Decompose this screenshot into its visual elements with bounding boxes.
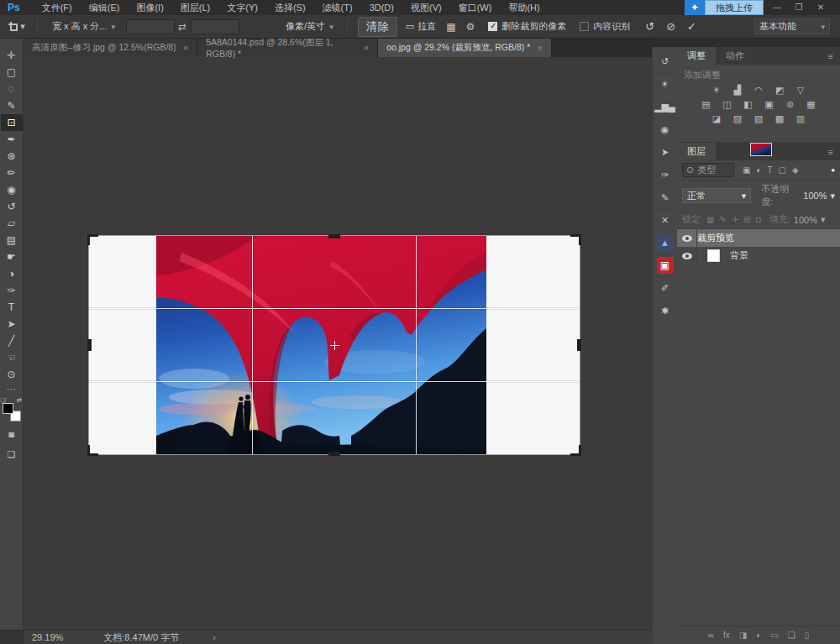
threshold-icon[interactable]: ▧: [752, 113, 765, 124]
brush-panel-icon[interactable]: ✎: [653, 186, 678, 209]
tab-close-icon[interactable]: ×: [537, 43, 542, 53]
line-tool[interactable]: ╱: [1, 332, 23, 349]
menu-item[interactable]: 窗口(W): [450, 0, 501, 15]
panel-menu-icon[interactable]: ≡: [828, 147, 833, 157]
layer-visibility-cell[interactable]: [677, 247, 697, 264]
document-tab[interactable]: 高清原图--修习.jpg @ 12.5%(RGB/8) ×: [24, 39, 197, 57]
exposure-icon[interactable]: ◩: [773, 85, 786, 96]
filter-adjustment-layers-icon[interactable]: ◐: [756, 165, 761, 175]
posterize-icon[interactable]: ▨: [731, 113, 744, 124]
crop-handle-right[interactable]: [577, 339, 581, 351]
cancel-crop-icon[interactable]: ⊘: [666, 20, 675, 33]
panel-menu-icon[interactable]: ≡: [828, 51, 833, 61]
commit-crop-icon[interactable]: ✓: [687, 20, 696, 33]
photo-red-fabric-sunset-couple[interactable]: [156, 236, 486, 454]
document-tab[interactable]: 5A8A0144.psd @ 28.6%(图层 1, RGB/8) * ×: [197, 39, 378, 57]
color-balance-icon[interactable]: ◫: [721, 99, 734, 110]
crop-tool[interactable]: ⊡: [1, 114, 23, 131]
menu-item[interactable]: 滤镜(T): [314, 0, 361, 15]
channel-mixer-icon[interactable]: ⊚: [784, 99, 797, 110]
crop-preview-document[interactable]: [89, 236, 580, 454]
clone-stamp-tool[interactable]: ◉: [1, 181, 23, 198]
tab-close-icon[interactable]: ×: [183, 43, 188, 53]
vibrance-icon[interactable]: ▽: [794, 85, 807, 96]
smudge-tool[interactable]: ☛: [1, 249, 23, 265]
layer-row[interactable]: 背景: [677, 247, 840, 264]
content-aware-checkbox[interactable]: [580, 22, 589, 31]
invert-icon[interactable]: ◪: [710, 113, 723, 124]
crop-handle-bottom[interactable]: [328, 452, 340, 456]
resolution-unit-dropdown[interactable]: 像素/英寸 ▾: [281, 18, 344, 34]
lock-position-icon[interactable]: ✛: [732, 215, 738, 224]
menu-item[interactable]: 文件(F): [34, 0, 81, 15]
menu-item[interactable]: 图层(L): [172, 0, 218, 15]
zoom-level-value[interactable]: 29.19%: [32, 632, 63, 642]
hand-tool[interactable]: ☜: [1, 349, 23, 366]
edit-panel-icon[interactable]: ✐: [653, 277, 678, 300]
foreground-color-swatch[interactable]: [3, 403, 13, 414]
crop-handle-top[interactable]: [328, 234, 340, 238]
healing-brush-tool[interactable]: ⊛: [1, 148, 23, 165]
lock-artboard-icon[interactable]: ⊞: [743, 215, 750, 224]
gear-icon[interactable]: ⚙: [465, 21, 475, 33]
filter-smart-objects-icon[interactable]: ◈: [792, 165, 799, 175]
libraries-panel-icon[interactable]: ➤: [653, 141, 678, 164]
tab-actions[interactable]: 动作: [716, 47, 754, 65]
tool-preset-picker[interactable]: ▾: [0, 21, 34, 32]
new-adjustment-layer-icon[interactable]: ◐: [756, 631, 761, 640]
histogram-panel-icon[interactable]: ▂▆▄: [653, 96, 678, 118]
add-layer-mask-icon[interactable]: ◨: [739, 631, 747, 640]
curves-icon[interactable]: ◠: [752, 85, 765, 96]
tab-layers[interactable]: 图层: [677, 143, 716, 160]
blend-mode-dropdown[interactable]: 正常 ▾: [682, 188, 751, 203]
photo-filter-icon[interactable]: ▣: [763, 99, 776, 110]
document-tab[interactable]: oo.jpg @ 29.2% (裁剪预览, RGB/8) * ×: [378, 39, 552, 57]
quick-selection-tool[interactable]: ✎: [1, 97, 23, 114]
brush-tool[interactable]: ✏: [1, 165, 23, 181]
levels-icon[interactable]: ▟: [731, 85, 744, 96]
crop-handle-left[interactable]: [87, 339, 92, 351]
lock-transparent-icon[interactable]: ▦: [706, 215, 714, 224]
screen-mode-icon[interactable]: ❏: [8, 447, 16, 462]
crop-width-input[interactable]: [126, 19, 175, 34]
path-selection-tool[interactable]: ➤: [1, 316, 23, 332]
crop-handle-bottom-left[interactable]: [87, 445, 98, 456]
fill-dropdown[interactable]: 100% ▾: [794, 214, 826, 225]
adjustments-panel-icon[interactable]: ☀: [653, 73, 678, 96]
gradient-tool[interactable]: ▤: [1, 232, 23, 249]
new-group-icon[interactable]: ▭: [770, 631, 778, 640]
tab-adjustments[interactable]: 调整: [677, 47, 716, 65]
swap-width-height-icon[interactable]: ⇄: [178, 21, 186, 33]
plugin-panel-icon-blue[interactable]: ▲: [653, 232, 678, 254]
delete-cropped-pixels-checkbox[interactable]: [488, 22, 497, 31]
content-aware-option[interactable]: 内容识别: [580, 20, 630, 33]
delete-layer-icon[interactable]: ▯: [805, 631, 810, 640]
crop-handle-top-right[interactable]: [570, 234, 581, 245]
layer-visibility-cell[interactable]: [677, 229, 697, 247]
layer-thumbnail[interactable]: [707, 249, 720, 262]
clone-source-panel-icon[interactable]: ◉: [653, 118, 678, 141]
status-options-chevron[interactable]: ›: [213, 632, 216, 642]
clear-button[interactable]: 清除: [358, 17, 397, 37]
menu-item[interactable]: 编辑(E): [81, 0, 129, 15]
black-white-icon[interactable]: ◧: [742, 99, 755, 110]
canvas-area[interactable]: [24, 57, 652, 630]
history-panel-icon[interactable]: ↺: [653, 50, 678, 73]
menu-item[interactable]: 帮助(H): [500, 0, 548, 15]
type-tool[interactable]: T: [1, 299, 23, 316]
tool-presets-panel-icon[interactable]: ✕: [653, 209, 678, 232]
reset-crop-icon[interactable]: ↺: [645, 20, 654, 33]
crop-handle-top-left[interactable]: [87, 234, 98, 245]
move-tool[interactable]: ✛: [1, 47, 23, 64]
layer-row[interactable]: 裁剪预览: [677, 229, 840, 247]
netdisk-upload-button[interactable]: ✦ 拖拽上传: [685, 0, 764, 15]
plugin-panel-icon-red[interactable]: ▣: [653, 254, 678, 277]
menu-item[interactable]: 3D(D): [361, 0, 402, 15]
filter-type-layers-icon[interactable]: T: [768, 165, 773, 175]
layer-thumbnail[interactable]: [750, 143, 772, 156]
selective-color-icon[interactable]: ▥: [794, 113, 807, 124]
marquee-tool[interactable]: ▢: [1, 64, 23, 81]
menu-item[interactable]: 文字(Y): [218, 0, 266, 15]
crop-handle-bottom-right[interactable]: [570, 445, 581, 456]
tab-close-icon[interactable]: ×: [364, 43, 369, 53]
